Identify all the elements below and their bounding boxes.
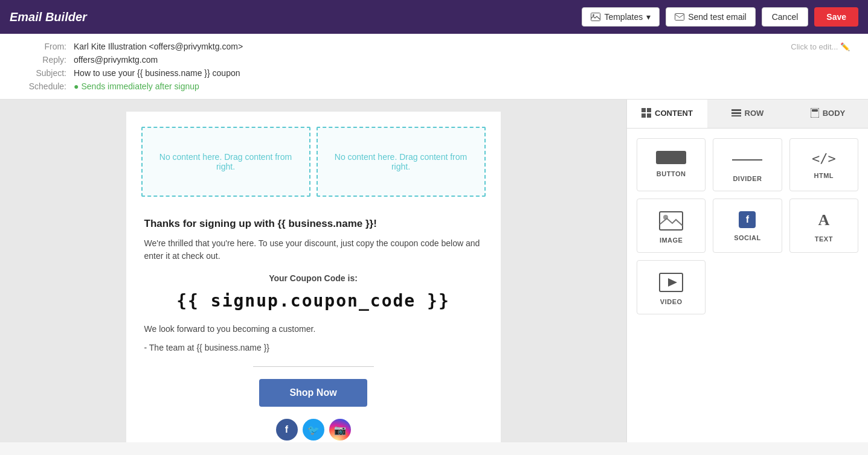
twitter-icon[interactable]: 🐦 — [303, 419, 324, 441]
right-panel: CONTENT ROW BODY — [626, 100, 868, 442]
svg-rect-8 — [731, 112, 741, 114]
row-icon — [731, 109, 741, 116]
panel-tabs: CONTENT ROW BODY — [627, 100, 868, 129]
from-row: From: Karl Kite Illustration <offers@pri… — [18, 40, 850, 53]
app-title: Email Builder — [10, 10, 87, 24]
email-heading: Thanks for signing up with {{ business.n… — [144, 218, 483, 230]
templates-label: Templates — [604, 12, 643, 22]
svg-rect-3 — [641, 108, 646, 112]
social-label: SOCIAL — [734, 234, 761, 241]
content-item-text[interactable]: A TEXT — [789, 199, 858, 253]
image-icon — [591, 13, 600, 21]
html-icon: </> — [812, 151, 836, 166]
grid-icon — [641, 108, 651, 118]
email-body2: We look forward to you becoming a custom… — [144, 323, 483, 336]
save-button[interactable]: Save — [814, 7, 858, 27]
svg-rect-2 — [675, 14, 684, 21]
video-label: VIDEO — [660, 298, 683, 305]
tab-row-label: ROW — [745, 109, 764, 118]
dropdown-arrow: ▾ — [646, 12, 651, 22]
image-label: IMAGE — [660, 237, 683, 244]
drop-zone-row: No content here. Drag content from right… — [126, 112, 501, 206]
divider-label: DIVIDER — [733, 175, 762, 182]
svg-rect-9 — [731, 115, 741, 116]
body-icon — [811, 108, 819, 118]
schedule-row: Schedule: ●Sends immediately after signu… — [18, 80, 850, 93]
social-icons: f 🐦 📷 — [144, 419, 483, 442]
send-test-button[interactable]: Send test email — [666, 7, 756, 27]
tab-content[interactable]: CONTENT — [627, 100, 707, 128]
reply-row: Reply: offers@privymktg.com — [18, 53, 850, 66]
content-item-social[interactable]: f SOCIAL — [713, 199, 782, 253]
subject-value: How to use your {{ business.name }} coup… — [74, 68, 240, 78]
drop-zone-right[interactable]: No content here. Drag content from right… — [317, 127, 486, 197]
facebook-icon[interactable]: f — [276, 419, 298, 441]
svg-rect-11 — [812, 109, 818, 112]
video-icon — [659, 273, 683, 292]
button-icon — [656, 151, 686, 164]
email-body-content: Thanks for signing up with {{ business.n… — [126, 206, 501, 442]
svg-rect-5 — [641, 113, 646, 118]
content-item-divider[interactable]: DIVIDER — [713, 138, 782, 191]
reply-value: offers@privymktg.com — [74, 55, 158, 65]
content-item-html[interactable]: </> HTML — [789, 138, 858, 191]
tab-content-label: CONTENT — [655, 109, 693, 118]
content-item-button[interactable]: BUTTON — [637, 138, 706, 191]
subject-row: Subject: How to use your {{ business.nam… — [18, 66, 850, 80]
shop-now-button[interactable]: Shop Now — [259, 379, 367, 407]
divider-icon — [732, 151, 762, 169]
svg-rect-7 — [731, 109, 741, 111]
canvas-area[interactable]: No content here. Drag content from right… — [0, 100, 626, 442]
meta-bar: From: Karl Kite Illustration <offers@pri… — [0, 34, 868, 100]
social-icon: f — [739, 211, 756, 228]
email-icon — [675, 13, 684, 21]
content-item-video[interactable]: VIDEO — [637, 260, 706, 314]
coupon-label: Your Coupon Code is: — [144, 272, 483, 285]
send-test-label: Send test email — [688, 12, 747, 22]
button-label: BUTTON — [657, 170, 686, 177]
content-item-image[interactable]: IMAGE — [637, 199, 706, 253]
schedule-value: ●Sends immediately after signup — [74, 81, 199, 91]
schedule-label: Schedule: — [18, 81, 66, 91]
email-body1: We're thrilled that you're here. To use … — [144, 237, 483, 262]
click-to-edit[interactable]: Click to edit... ✏️ — [791, 42, 850, 51]
cancel-button[interactable]: Cancel — [762, 7, 809, 27]
text-label: TEXT — [815, 235, 833, 243]
reply-label: Reply: — [18, 55, 66, 65]
sign-off: - The team at {{ business.name }} — [144, 342, 483, 354]
header-actions: Templates ▾ Send test email Cancel Save — [582, 7, 858, 27]
instagram-icon[interactable]: 📷 — [329, 419, 351, 441]
image-content-icon — [659, 211, 683, 231]
text-icon: A — [818, 211, 829, 229]
templates-button[interactable]: Templates ▾ — [582, 7, 660, 27]
email-divider — [253, 366, 374, 367]
html-label: HTML — [814, 172, 834, 179]
subject-label: Subject: — [18, 68, 66, 78]
tab-body[interactable]: BODY — [788, 100, 868, 128]
from-label: From: — [18, 42, 66, 51]
email-canvas: No content here. Drag content from right… — [126, 112, 501, 442]
svg-rect-6 — [647, 113, 651, 118]
drop-zone-left[interactable]: No content here. Drag content from right… — [141, 127, 310, 197]
content-grid: BUTTON DIVIDER </> HTML — [627, 129, 868, 324]
tab-row[interactable]: ROW — [707, 100, 788, 128]
svg-rect-4 — [647, 108, 651, 112]
from-value: Karl Kite Illustration <offers@privymktg… — [74, 42, 243, 51]
svg-point-1 — [593, 14, 594, 16]
tab-body-label: BODY — [823, 109, 846, 118]
main-layout: No content here. Drag content from right… — [0, 100, 868, 442]
header: Email Builder Templates ▾ Send test emai… — [0, 0, 868, 34]
coupon-code: {{ signup.coupon_code }} — [144, 291, 483, 311]
svg-marker-15 — [668, 278, 677, 287]
